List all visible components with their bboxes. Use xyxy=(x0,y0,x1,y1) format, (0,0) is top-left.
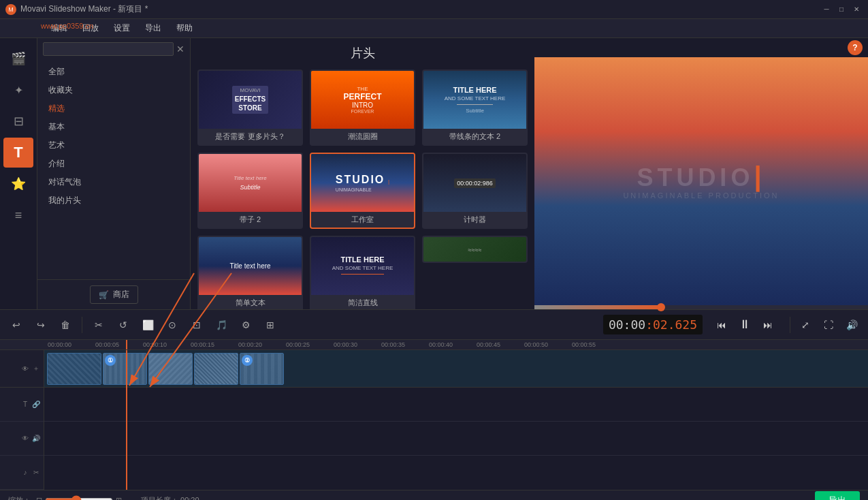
maximize-button[interactable]: □ xyxy=(835,3,848,16)
main-video-track: ① ② xyxy=(44,350,868,388)
clip-1[interactable] xyxy=(47,353,101,385)
grid-item-clean-line[interactable]: TITLE HERE AND SOME TEXT HERE 简洁直线 xyxy=(310,236,415,309)
preview-progress-bar[interactable] xyxy=(534,305,868,309)
grid-item-studio[interactable]: STUDIO | UNIMAGINABLE 工作室 xyxy=(310,153,415,229)
grid-item-partial-1[interactable]: ≈≈≈≈ xyxy=(422,236,528,263)
audio-eye-icon[interactable]: 👁 xyxy=(20,434,30,443)
fullscreen-button[interactable]: ⛶ xyxy=(818,314,839,336)
menu-settings[interactable]: 设置 xyxy=(107,20,137,37)
progress-fill xyxy=(534,305,661,309)
play-pause-button[interactable]: ⏸ xyxy=(734,314,756,336)
preview-studio-sub: UNIMAGINABLE PRODUCTION xyxy=(623,191,779,200)
music-icon[interactable]: ♪ xyxy=(20,468,30,478)
tool-media[interactable]: 🎬 xyxy=(3,44,33,74)
video-track-header: 👁 ＋ xyxy=(0,350,44,388)
search-input[interactable] xyxy=(43,42,174,56)
category-favorites[interactable]: 收藏夹 xyxy=(37,81,190,99)
ribbon-label: 带子 2 xyxy=(199,212,302,228)
color-button[interactable]: ⊙ xyxy=(161,314,183,336)
go-end-button[interactable]: ⏭ xyxy=(757,314,779,336)
export-frame-button[interactable]: ⤢ xyxy=(794,314,816,336)
timer-display: 00:00:02:986 xyxy=(454,178,496,188)
content-title: 片头 xyxy=(197,45,528,61)
tool-effects[interactable]: ✦ xyxy=(3,75,33,105)
category-intro[interactable]: 介绍 xyxy=(37,155,190,173)
clip-4[interactable] xyxy=(194,353,238,385)
minimize-button[interactable]: ─ xyxy=(820,3,833,16)
scissors-icon[interactable]: ✂ xyxy=(31,468,41,478)
track-eye-icon[interactable]: 👁 xyxy=(20,364,30,373)
text-track xyxy=(44,388,868,422)
zoom-min-icon: ⊟ xyxy=(36,496,42,500)
link-icon[interactable]: 🔗 xyxy=(31,400,41,409)
help-button[interactable]: ? xyxy=(848,40,863,55)
category-art[interactable]: 艺术 xyxy=(37,136,190,155)
playback-buttons: ⏮ ⏸ ⏭ xyxy=(711,314,779,336)
text-track-header: T 🔗 xyxy=(0,388,44,422)
ruler-playhead xyxy=(126,340,127,349)
grid-item-ribbon[interactable]: Title text here Subtitle 带子 2 xyxy=(197,153,303,229)
simple-text-label: 简单文本 xyxy=(199,295,302,309)
delete-button[interactable]: 🗑 xyxy=(54,314,76,336)
shop-button[interactable]: 🛒 商店 xyxy=(90,285,138,304)
rotate-button[interactable]: ↺ xyxy=(112,314,134,336)
simple-text-preview: Title text here xyxy=(229,262,270,270)
grid-item-timer[interactable]: 00:00:02:986 计时器 xyxy=(422,153,528,229)
close-button[interactable]: ✕ xyxy=(850,3,863,16)
zoom-slider[interactable] xyxy=(45,495,113,501)
category-featured[interactable]: 精选 xyxy=(37,99,190,118)
project-length-label: 项目长度： 00:20 xyxy=(141,495,199,500)
grid-button[interactable]: ⊞ xyxy=(259,314,281,336)
time-normal: 00:00 xyxy=(609,317,645,332)
clip-marker-1: ① xyxy=(105,355,116,366)
music-track-header: ♪ ✂ xyxy=(0,456,44,490)
grid-item-simple-text[interactable]: Title text here 简单文本 xyxy=(197,236,303,309)
left-toolbar: 🎬 ✦ ⊟ T ⭐ ≡ xyxy=(0,38,37,309)
clip-5[interactable]: ② xyxy=(240,353,284,385)
text-icon[interactable]: T xyxy=(20,400,30,409)
grid-item-effects-store[interactable]: MOVAVI EFFECTSSTORE 是否需要 更多片头？ xyxy=(197,69,303,146)
clip-2[interactable]: ① xyxy=(103,353,147,385)
tool-more[interactable]: ≡ xyxy=(3,200,33,230)
playback-right-buttons: ⤢ ⛶ 🔊 xyxy=(787,314,863,336)
category-all[interactable]: 全部 xyxy=(37,63,190,81)
grid-item-title-text[interactable]: TITLE HERE AND SOME TEXT HERE Subtitle 带… xyxy=(422,69,528,146)
grid-item-perfect-intro[interactable]: THE PERFECT INTRO FOREVER 潮流圆圈 xyxy=(310,69,415,146)
effects-icon: ✦ xyxy=(14,84,23,97)
crop-button[interactable]: ⬜ xyxy=(137,314,159,336)
cart-icon: 🛒 xyxy=(99,290,109,300)
menu-help[interactable]: 帮助 xyxy=(170,20,199,37)
go-start-button[interactable]: ⏮ xyxy=(711,314,733,336)
category-bubble[interactable]: 对话气泡 xyxy=(37,173,190,191)
menu-export[interactable]: 导出 xyxy=(138,20,168,37)
redo-button[interactable]: ↪ xyxy=(30,314,52,336)
audio-button[interactable]: 🎵 xyxy=(210,314,232,336)
export-button[interactable]: 导出 xyxy=(815,491,860,501)
timeline-tracks: ① ② xyxy=(44,350,868,490)
tool-filter[interactable]: ⊟ xyxy=(3,106,33,136)
divider-1 xyxy=(82,317,82,333)
clip-3[interactable] xyxy=(148,353,193,385)
panel-search: ✕ xyxy=(37,38,190,60)
content-grid: 片头 MOVAVI EFFECTSSTORE 是否需要 更多片头？ xyxy=(191,38,534,309)
effects-store-badge: MOVAVI EFFECTSSTORE xyxy=(232,86,269,113)
settings-button[interactable]: ⚙ xyxy=(235,314,257,336)
preview-header: ? xyxy=(534,38,868,57)
search-clear-button[interactable]: ✕ xyxy=(176,44,184,54)
stabilize-button[interactable]: ⊡ xyxy=(186,314,208,336)
track-add-icon[interactable]: ＋ xyxy=(31,364,41,373)
tool-title[interactable]: T xyxy=(3,138,33,168)
category-my-titles[interactable]: 我的片头 xyxy=(37,191,190,210)
audio-track-header: 👁 🔊 xyxy=(0,422,44,456)
cut-button[interactable]: ✂ xyxy=(88,314,110,336)
tool-transition[interactable]: ⭐ xyxy=(3,169,33,199)
volume-button[interactable]: 🔊 xyxy=(841,314,863,336)
category-basic[interactable]: 基本 xyxy=(37,118,190,136)
project-length-value: 00:20 xyxy=(180,496,199,500)
audio-mute-icon[interactable]: 🔊 xyxy=(31,434,41,443)
panel-footer: 🛒 商店 xyxy=(37,279,190,309)
undo-button[interactable]: ↩ xyxy=(5,314,27,336)
shop-label: 商店 xyxy=(113,289,129,300)
window-controls: ─ □ ✕ xyxy=(820,3,863,16)
app-icon: M xyxy=(5,4,16,15)
